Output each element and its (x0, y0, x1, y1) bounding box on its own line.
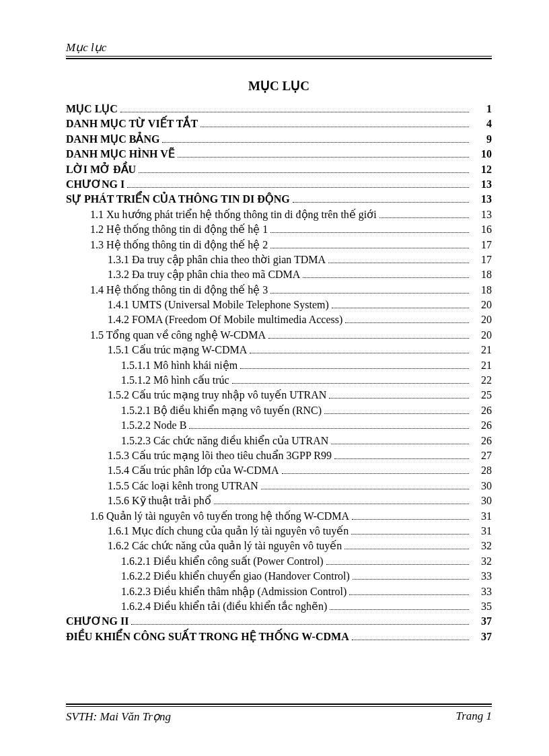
toc-entry: DANH MỤC TỪ VIẾT TẮT4 (66, 116, 492, 131)
toc-dots (352, 519, 469, 520)
toc-entry-label: 1.5.3 Cấu trúc mạng lõi theo tiêu chuẩn … (108, 448, 332, 463)
toc-entry-page: 10 (472, 147, 492, 162)
toc-entry-label: 1.5.2.1 Bộ điều khiển mạng vô tuyến (RNC… (121, 403, 322, 418)
toc-entry-label: 1.5.6 Kỹ thuật trải phổ (108, 493, 211, 508)
toc-entry-page: 20 (472, 328, 492, 343)
page-title: MỤC LỤC (66, 78, 492, 94)
toc-entry: 1.3 Hệ thống thông tin di động thế hệ 21… (66, 238, 492, 252)
toc-dots (268, 338, 469, 339)
toc-dots (326, 564, 469, 565)
toc-entry-page: 17 (472, 238, 492, 252)
toc-entry-label: 1.5.1 Cấu trúc mạng W-CDMA (108, 343, 247, 357)
toc-entry-label: 1.5.2.3 Các chức năng điều khiển của UTR… (121, 434, 328, 448)
toc-entry-label: MỤC LỤC (66, 102, 118, 116)
toc-entry: 1.5.3 Cấu trúc mạng lõi theo tiêu chuẩn … (66, 448, 492, 463)
toc-entry-label: DANH MỤC TỪ VIẾT TẮT (66, 116, 198, 131)
toc-entry-page: 16 (472, 222, 492, 237)
toc-dots (351, 534, 469, 535)
footer-left: SVTH: Mai Văn Trọng (66, 710, 171, 724)
toc-entry-label: 1.6.2.1 Điều khiển công suất (Power Cont… (121, 554, 324, 569)
toc-entry-page: 17 (472, 252, 492, 267)
toc-dots (331, 444, 469, 444)
toc-entry-label: CHƯƠNG I (66, 177, 124, 192)
toc-entry: 1.3.2 Đa truy cập phân chia theo mã CDMA… (66, 267, 492, 282)
toc-entry-page: 20 (472, 298, 492, 312)
toc-dots (379, 217, 469, 218)
toc-dots (131, 624, 469, 625)
toc-entry-label: 1.6.2.4 Điều khiển tải (điều khiển tắc n… (121, 599, 327, 614)
toc-entry-page: 31 (472, 509, 492, 524)
toc-entry-page: 21 (472, 358, 492, 373)
toc-dots (332, 308, 469, 308)
toc-entry-page: 35 (472, 599, 492, 614)
toc-entry-label: 1.4.2 FOMA (Freedom Of Mobile multimedia… (108, 312, 342, 327)
toc-dots (330, 609, 469, 610)
toc-entry-page: 22 (472, 373, 492, 388)
toc-entry: 1.6.2.2 Điều khiển chuyển giao (Handover… (66, 569, 492, 584)
toc-dots (334, 458, 469, 459)
toc-entry-label: ĐIỀU KHIỂN CÔNG SUẤT TRONG HỆ THỐNG W-CD… (66, 629, 349, 644)
toc-dots (282, 473, 469, 474)
toc-entry: 1.5.1.1 Mô hình khái niệm21 (66, 358, 492, 373)
toc-dots (344, 549, 469, 549)
toc-entry: 1.1 Xu hướng phát triển hệ thống thông t… (66, 207, 492, 222)
toc-entry-label: 1.6.1 Mục đích chung của quản lý tài ngu… (108, 524, 349, 539)
toc-entry-page: 4 (472, 116, 492, 131)
toc-dots (328, 263, 469, 263)
toc-entry: 1.5 Tổng quan về công nghệ W-CDMA20 (66, 328, 492, 343)
toc-entry: 1.5.1.2 Mô hình cấu trúc22 (66, 373, 492, 388)
toc-entry: 1.4.2 FOMA (Freedom Of Mobile multimedia… (66, 312, 492, 327)
toc-entry-page: 13 (472, 192, 492, 207)
toc-entry-label: SỰ PHÁT TRIỂN CỦA THÔNG TIN DI ĐỘNG (66, 192, 290, 207)
toc-entry-page: 25 (472, 388, 492, 403)
document-page: Mục lục MỤC LỤC MỤC LỤC1DANH MỤC TỪ VIẾT… (0, 0, 549, 756)
toc-dots (232, 383, 469, 384)
toc-dots (303, 277, 469, 278)
toc-entry: DANH MỤC HÌNH VẼ10 (66, 147, 492, 162)
toc-entry: 1.5.6 Kỹ thuật trải phổ30 (66, 493, 492, 508)
toc-entry-label: 1.4.1 UMTS (Universal Mobile Telephone S… (108, 298, 329, 312)
toc-entry-page: 27 (472, 448, 492, 463)
toc-entry: CHƯƠNG II37 (66, 614, 492, 629)
toc-dots (127, 187, 469, 188)
toc-dots (261, 489, 469, 489)
toc-dots (270, 293, 469, 294)
toc-entry: CHƯƠNG I13 (66, 177, 492, 192)
toc-entry-label: DANH MỤC BẢNG (66, 132, 159, 147)
toc-entry-page: 26 (472, 403, 492, 418)
toc-dots (270, 232, 469, 233)
toc-entry: 1.5.5 Các loại kênh trong UTRAN30 (66, 479, 492, 493)
toc-entry-page: 37 (472, 614, 492, 629)
toc-entry-label: 1.5.2.2 Node B (121, 418, 186, 433)
toc-entry-label: 1.3 Hệ thống thông tin di động thế hệ 2 (90, 238, 268, 252)
toc-dots (353, 579, 469, 580)
toc-entry-page: 33 (472, 584, 492, 599)
toc-entry-page: 13 (472, 207, 492, 222)
toc-entry-page: 1 (472, 102, 492, 116)
toc-entry-label: LỜI MỞ ĐẦU (66, 162, 136, 177)
toc-dots (139, 172, 469, 173)
toc-entry: LỜI MỞ ĐẦU12 (66, 162, 492, 177)
header-rule (66, 56, 492, 59)
toc-entry-page: 32 (472, 539, 492, 553)
toc-dots (240, 368, 469, 369)
toc-entry: 1.6.2 Các chức năng của quản lý tài nguy… (66, 539, 492, 553)
toc-entry-page: 30 (472, 479, 492, 493)
toc-entry: 1.4.1 UMTS (Universal Mobile Telephone S… (66, 298, 492, 312)
toc-entry: 1.3.1 Đa truy cập phân chia theo thời gi… (66, 252, 492, 267)
toc-entry-page: 12 (472, 162, 492, 177)
toc-entry-label: 1.6.2.2 Điều khiển chuyển giao (Handover… (121, 569, 350, 584)
toc-entry-page: 28 (472, 463, 492, 478)
toc-dots (120, 112, 469, 112)
toc-dots (214, 504, 469, 504)
toc-entry: 1.6.2.4 Điều khiển tải (điều khiển tắc n… (66, 599, 492, 614)
toc-entry: DANH MỤC BẢNG9 (66, 132, 492, 147)
toc-entry: 1.5.2.3 Các chức năng điều khiển của UTR… (66, 434, 492, 448)
toc-entry: MỤC LỤC1 (66, 102, 492, 116)
toc-entry: 1.5.2 Cấu trúc mạng truy nhập vô tuyến U… (66, 388, 492, 403)
toc-entry-label: 1.6 Quản lý tài nguyên vô tuyến trong hệ… (90, 509, 349, 524)
toc-entry: SỰ PHÁT TRIỂN CỦA THÔNG TIN DI ĐỘNG13 (66, 192, 492, 207)
toc-entry: 1.6.1 Mục đích chung của quản lý tài ngu… (66, 524, 492, 539)
toc-dots (162, 142, 469, 143)
toc-entry: 1.5.4 Cấu trúc phân lớp của W-CDMA28 (66, 463, 492, 478)
